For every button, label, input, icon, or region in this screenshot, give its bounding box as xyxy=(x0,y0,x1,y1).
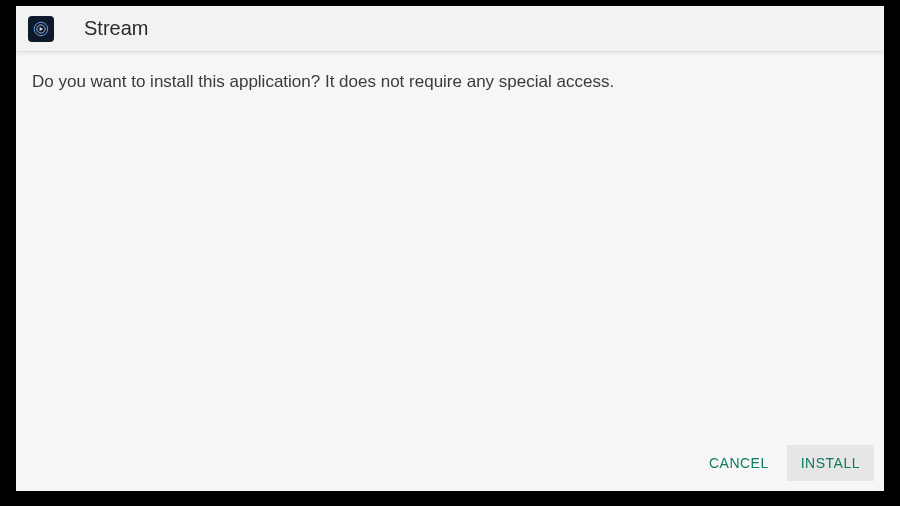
svg-marker-2 xyxy=(40,26,43,30)
install-dialog: Stream Do you want to install this appli… xyxy=(16,6,884,491)
dialog-header: Stream xyxy=(16,6,884,52)
install-button[interactable]: INSTALL xyxy=(787,445,874,481)
cancel-button[interactable]: CANCEL xyxy=(695,445,783,481)
dialog-footer: CANCEL INSTALL xyxy=(16,437,884,491)
install-message: Do you want to install this application?… xyxy=(32,72,868,92)
stream-app-icon xyxy=(28,16,54,42)
dialog-content: Do you want to install this application?… xyxy=(16,52,884,437)
play-circle-icon xyxy=(32,20,50,38)
app-title: Stream xyxy=(84,17,148,40)
